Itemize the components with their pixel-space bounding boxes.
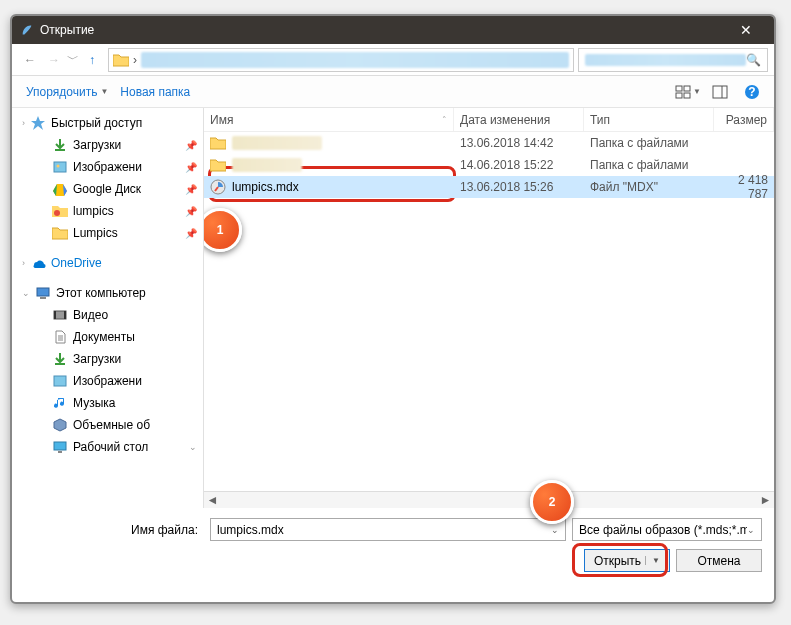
- search-icon: 🔍: [746, 53, 761, 67]
- sidebar-video[interactable]: Видео: [12, 304, 203, 326]
- pin-icon: 📌: [185, 162, 197, 173]
- annotation-badge-1: 1: [204, 208, 242, 252]
- gdrive-icon: [52, 181, 68, 197]
- search-placeholder-blurred: [585, 54, 746, 66]
- scroll-right-icon[interactable]: ►: [757, 493, 774, 507]
- sidebar: › Быстрый доступ Загрузки📌 Изображени📌 G…: [12, 108, 204, 508]
- file-row[interactable]: 14.06.2018 15:22 Папка с файлами: [204, 154, 774, 176]
- sidebar-lumpics1[interactable]: lumpics📌: [12, 200, 203, 222]
- sidebar-downloads[interactable]: Загрузки📌: [12, 134, 203, 156]
- sidebar-label: Загрузки: [73, 138, 121, 152]
- svg-rect-2: [676, 93, 682, 98]
- recent-dropdown[interactable]: ﹀: [66, 51, 80, 68]
- folder-icon: [210, 157, 226, 173]
- content-area: › Быстрый доступ Загрузки📌 Изображени📌 G…: [12, 108, 774, 508]
- svg-rect-18: [58, 451, 62, 453]
- column-type[interactable]: Тип: [584, 108, 714, 131]
- sidebar-lumpics2[interactable]: Lumpics📌: [12, 222, 203, 244]
- sidebar-thispc[interactable]: ⌄ Этот компьютер: [12, 282, 203, 304]
- sidebar-downloads2[interactable]: Загрузки: [12, 348, 203, 370]
- sidebar-images2[interactable]: Изображени: [12, 370, 203, 392]
- file-row-selected[interactable]: lumpics.mdx 13.06.2018 15:26 Файл "MDX" …: [204, 176, 774, 198]
- close-button[interactable]: ✕: [726, 22, 766, 38]
- file-row[interactable]: 13.06.2018 14:42 Папка с файлами: [204, 132, 774, 154]
- sidebar-label: Рабочий стол: [73, 440, 148, 454]
- cell-date: 13.06.2018 14:42: [454, 136, 584, 150]
- chevron-right-icon: ›: [22, 118, 25, 128]
- cancel-button[interactable]: Отмена: [676, 549, 762, 572]
- pin-icon: 📌: [185, 206, 197, 217]
- path-chevron-icon: ›: [133, 53, 137, 67]
- sidebar-label: Изображени: [73, 160, 142, 174]
- sort-icon: ˄: [442, 115, 447, 125]
- download-icon: [52, 137, 68, 153]
- music-icon: [52, 395, 68, 411]
- new-folder-button[interactable]: Новая папка: [114, 81, 196, 103]
- open-label: Открыть: [594, 554, 641, 568]
- cell-size: 2 418 787: [714, 173, 774, 201]
- new-folder-label: Новая папка: [120, 85, 190, 99]
- organize-button[interactable]: Упорядочить▼: [20, 81, 114, 103]
- horizontal-scrollbar[interactable]: ◄ ►: [204, 491, 774, 508]
- images-icon: [52, 159, 68, 175]
- address-bar[interactable]: ›: [108, 48, 574, 72]
- sidebar-onedrive[interactable]: › OneDrive: [12, 252, 203, 274]
- up-button[interactable]: ↑: [80, 48, 104, 72]
- svg-rect-11: [37, 288, 49, 296]
- column-name[interactable]: Имя ˄: [204, 108, 454, 131]
- sidebar-label: Загрузки: [73, 352, 121, 366]
- cell-name: lumpics.mdx: [232, 180, 299, 194]
- svg-rect-12: [40, 297, 46, 299]
- cell-date: 13.06.2018 15:26: [454, 180, 584, 194]
- column-headers: Имя ˄ Дата изменения Тип Размер: [204, 108, 774, 132]
- scroll-track[interactable]: [221, 492, 757, 508]
- star-icon: [30, 115, 46, 131]
- sidebar-documents[interactable]: Документы: [12, 326, 203, 348]
- filename-label: Имя файла:: [24, 523, 204, 537]
- svg-point-10: [54, 210, 60, 216]
- svg-point-9: [57, 165, 60, 168]
- sidebar-desktop[interactable]: Рабочий стол ⌄: [12, 436, 203, 458]
- mdx-file-icon: [210, 179, 226, 195]
- chevron-down-icon: ⌄: [747, 525, 755, 535]
- command-row: Упорядочить▼ Новая папка ▼ ?: [12, 76, 774, 108]
- pin-icon: 📌: [185, 140, 197, 151]
- open-button[interactable]: Открыть ▼: [584, 549, 670, 572]
- pin-icon: 📌: [185, 184, 197, 195]
- svg-rect-3: [684, 93, 690, 98]
- chevron-down-icon: ⌄: [189, 442, 197, 452]
- filetype-filter[interactable]: Все файлы образов (*.mds;*.md ⌄: [572, 518, 762, 541]
- chevron-down-icon: ⌄: [22, 288, 30, 298]
- svg-rect-14: [54, 311, 56, 319]
- filter-value: Все файлы образов (*.mds;*.md: [579, 523, 747, 537]
- chevron-down-icon: ⌄: [551, 525, 559, 535]
- back-button[interactable]: ←: [18, 48, 42, 72]
- file-list-area: Имя ˄ Дата изменения Тип Размер 13.06.20…: [204, 108, 774, 508]
- sidebar-volumes[interactable]: Объемные об: [12, 414, 203, 436]
- sidebar-music[interactable]: Музыка: [12, 392, 203, 414]
- help-button[interactable]: ?: [738, 80, 766, 104]
- column-date[interactable]: Дата изменения: [454, 108, 584, 131]
- filename-input[interactable]: lumpics.mdx ⌄: [210, 518, 566, 541]
- column-size[interactable]: Размер: [714, 108, 774, 131]
- scroll-left-icon[interactable]: ◄: [204, 493, 221, 507]
- chevron-down-icon: ▼: [645, 556, 660, 565]
- cell-type: Папка с файлами: [584, 136, 714, 150]
- sidebar-label: Видео: [73, 308, 108, 322]
- nav-row: ← → ﹀ ↑ › 🔍: [12, 44, 774, 76]
- preview-pane-button[interactable]: [706, 80, 734, 104]
- search-input[interactable]: 🔍: [578, 48, 768, 72]
- sidebar-images[interactable]: Изображени📌: [12, 156, 203, 178]
- sidebar-gdrive[interactable]: Google Диск📌: [12, 178, 203, 200]
- cube-icon: [52, 417, 68, 433]
- cell-type: Папка с файлами: [584, 158, 714, 172]
- forward-button[interactable]: →: [42, 48, 66, 72]
- documents-icon: [52, 329, 68, 345]
- sidebar-quick-access[interactable]: › Быстрый доступ: [12, 112, 203, 134]
- view-button[interactable]: ▼: [674, 80, 702, 104]
- cancel-label: Отмена: [697, 554, 740, 568]
- folder-icon: [52, 203, 68, 219]
- chevron-down-icon: ▼: [100, 87, 108, 96]
- cell-type: Файл "MDX": [584, 180, 714, 194]
- chevron-right-icon: ›: [22, 258, 25, 268]
